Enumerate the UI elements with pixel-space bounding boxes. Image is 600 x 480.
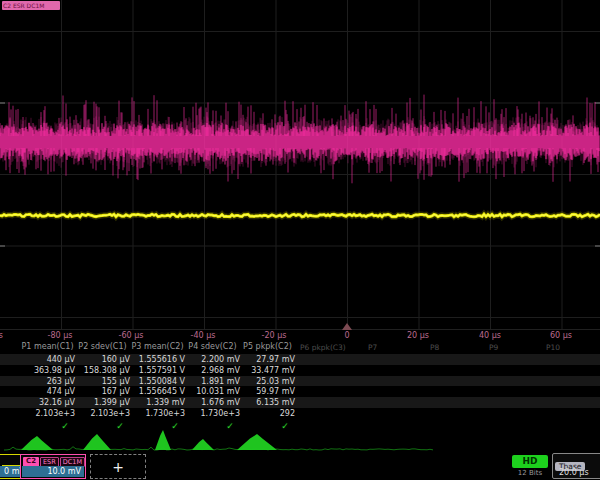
stat-value: 33.477 mV [240, 366, 295, 375]
timebase-descriptor[interactable]: Tbase 20.0 µs [552, 453, 600, 479]
table-header-row: P1 mean(C1)P2 sdev(C1)P3 mean(C2)P4 sdev… [0, 342, 600, 353]
histicon-peak [155, 430, 171, 450]
table-row: 440 µV160 µV1.555616 V2.200 mV27.97 mV [0, 354, 600, 365]
timebase-value: 20.0 µs [559, 468, 589, 477]
stat-value: 440 µV [20, 355, 75, 364]
parameter-histicons [0, 426, 600, 452]
stat-value: 292 [240, 409, 295, 418]
histicon-peak [21, 436, 53, 450]
time-axis-label: 40 µs [479, 331, 501, 340]
time-axis-label: 60 µs [550, 331, 572, 340]
stat-value: 474 µV [20, 387, 75, 396]
stat-value: 1.555616 V [130, 355, 185, 364]
histicon-peak [237, 434, 277, 450]
stat-value: 6.135 mV [240, 398, 295, 407]
table-row: 32.16 µV1.399 µV1.339 mV1.676 mV6.135 mV [0, 397, 600, 408]
param-header-inactive[interactable]: P6 pkpk(C3) [300, 343, 346, 352]
param-header[interactable]: P3 mean(C2) [130, 342, 185, 351]
stat-value: 2.103e+3 [75, 409, 130, 418]
stat-value: 158.308 µV [75, 366, 130, 375]
table-row: 263 µV155 µV1.550084 V1.891 mV25.03 mV [0, 376, 600, 387]
stat-value: 2.968 mV [185, 366, 240, 375]
stat-value: 1.730e+3 [185, 409, 240, 418]
table-row: 2.103e+32.103e+31.730e+31.730e+3292 [0, 408, 600, 419]
stat-value: 1.550084 V [130, 377, 185, 386]
time-axis-label: -80 µs [48, 331, 73, 340]
stat-value: 1.339 mV [130, 398, 185, 407]
histicon-baseline [4, 447, 433, 450]
plus-icon: + [112, 459, 124, 475]
waveform-grid[interactable]: C2 ESR DC1M [0, 0, 600, 330]
time-axis-label: -40 µs [191, 331, 216, 340]
trace-label-badge: C2 ESR DC1M [2, 1, 60, 10]
stat-value: 2.200 mV [185, 355, 240, 364]
param-header[interactable]: P1 mean(C1) [20, 342, 75, 351]
table-row: 474 µV167 µV1.556645 V10.031 mV59.97 mV [0, 386, 600, 397]
hd-bits-label: 12 Bits [508, 469, 552, 477]
hd-mode-badge[interactable]: HD [512, 455, 548, 468]
time-axis-label: -60 µs [119, 331, 144, 340]
table-row: 363.98 µV158.308 µV1.557591 V2.968 mV33.… [0, 365, 600, 376]
oscilloscope-screen: C2 ESR DC1M -100 µs-80 µs-60 µs-40 µs-20… [0, 0, 600, 480]
stat-value: 1.730e+3 [130, 409, 185, 418]
stat-value: 155 µV [75, 377, 130, 386]
param-header[interactable]: P2 sdev(C1) [75, 342, 130, 351]
stat-value: 59.97 mV [240, 387, 295, 396]
param-header-inactive[interactable]: P10 [546, 343, 560, 352]
channel-c2-descriptor[interactable]: C2 ESR DC1M 10.0 mV [20, 454, 86, 479]
stat-value: 1.556645 V [130, 387, 185, 396]
time-axis-label: 0 [344, 331, 349, 340]
stat-value: 1.891 mV [185, 377, 240, 386]
stat-value: 32.16 µV [20, 398, 75, 407]
measurement-table: P1 mean(C1)P2 sdev(C1)P3 mean(C2)P4 sdev… [0, 342, 600, 438]
stat-value: 1.676 mV [185, 398, 240, 407]
param-header[interactable]: P5 pkpk(C2) [240, 342, 295, 351]
param-header-inactive[interactable]: P7 [368, 343, 377, 352]
time-axis: -100 µs-80 µs-60 µs-40 µs-20 µs020 µs40 … [0, 330, 600, 342]
trigger-position-marker[interactable] [342, 323, 352, 330]
stat-value: 2.103e+3 [20, 409, 75, 418]
param-header[interactable]: P4 sdev(C2) [185, 342, 240, 351]
waveform-traces [0, 0, 600, 330]
stat-value: 263 µV [20, 377, 75, 386]
time-axis-label: 20 µs [407, 331, 429, 340]
stat-value: 25.03 mV [240, 377, 295, 386]
c2-scale-value: 10.0 mV [22, 466, 84, 477]
stat-value: 27.97 mV [240, 355, 295, 364]
histicon-peak [192, 439, 214, 450]
time-axis-label: -20 µs [262, 331, 287, 340]
stat-value: 363.98 µV [20, 366, 75, 375]
histicon-peak [83, 434, 111, 450]
add-trace-button[interactable]: + [90, 454, 146, 479]
descriptor-bar: DC1M 0 mV C2 ESR DC1M 10.0 mV + HD 12 Bi… [0, 452, 600, 480]
stat-value: 160 µV [75, 355, 130, 364]
param-header-inactive[interactable]: P8 [430, 343, 439, 352]
param-header-inactive[interactable]: P9 [489, 343, 498, 352]
stat-value: 1.557591 V [130, 366, 185, 375]
stat-value: 167 µV [75, 387, 130, 396]
stat-value: 1.399 µV [75, 398, 130, 407]
stat-value: 10.031 mV [185, 387, 240, 396]
time-axis-label: -100 µs [0, 331, 3, 340]
